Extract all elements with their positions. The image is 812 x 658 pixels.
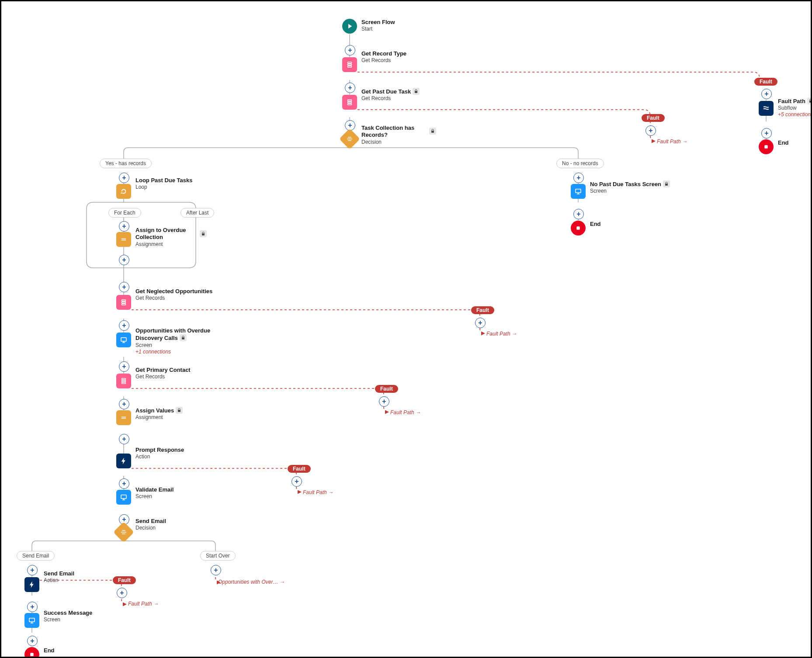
get-primary-contact-node[interactable]: Get Primary ContactGet Records <box>116 374 191 388</box>
node-extra: +1 connections <box>135 349 214 355</box>
screen-icon <box>24 613 39 628</box>
add-node-button[interactable]: + <box>475 318 486 328</box>
svg-rect-15 <box>30 653 34 656</box>
fault-pill[interactable]: Fault <box>642 114 665 122</box>
add-node-button[interactable]: + <box>117 588 127 598</box>
play-icon <box>342 19 357 34</box>
node-label: End <box>778 139 789 146</box>
outcome-pill-yes[interactable]: Yes - has records <box>100 159 152 168</box>
end-node[interactable]: End <box>571 221 601 235</box>
fault-pill[interactable]: Fault <box>471 306 494 314</box>
screen-icon <box>116 490 131 505</box>
node-sub: Screen <box>135 493 174 500</box>
svg-rect-16 <box>576 189 581 193</box>
add-node-button[interactable]: + <box>211 565 221 575</box>
node-label: Prompt Response <box>135 447 184 454</box>
node-label: Success Message <box>44 610 92 616</box>
fault-pill[interactable]: Fault <box>113 576 136 584</box>
fault-pill[interactable]: Fault <box>288 465 311 473</box>
add-node-button[interactable]: + <box>573 173 584 183</box>
node-label: Send Email <box>135 518 166 525</box>
goto-link[interactable]: Fault Path → <box>303 489 333 495</box>
add-node-button[interactable]: + <box>27 565 38 575</box>
add-node-button[interactable]: + <box>119 173 129 183</box>
end-node[interactable]: End <box>759 139 789 154</box>
get-neglected-node[interactable]: Get Neglected OpportunitiesGet Records <box>116 295 212 310</box>
goto-link[interactable]: Fault Path → <box>657 139 687 145</box>
svg-rect-1 <box>348 64 352 66</box>
add-node-button[interactable]: + <box>119 282 129 292</box>
add-node-button[interactable]: + <box>761 128 772 139</box>
add-node-button[interactable]: + <box>119 434 129 444</box>
add-node-button[interactable]: + <box>345 45 355 55</box>
outcome-pill-foreach[interactable]: For Each <box>108 208 141 218</box>
add-node-button[interactable]: + <box>379 396 389 407</box>
outcome-pill-no[interactable]: No - no records <box>556 159 604 168</box>
node-sub: Action <box>44 577 74 584</box>
add-node-button[interactable]: + <box>119 221 129 232</box>
add-node-button[interactable]: + <box>345 83 355 93</box>
add-node-button[interactable]: + <box>291 476 302 487</box>
node-sub: Assignment <box>135 241 192 248</box>
add-node-button[interactable]: + <box>573 209 584 219</box>
decision-icon <box>339 128 360 149</box>
node-sub: Subflow <box>778 105 812 111</box>
node-sub: Decision <box>361 139 440 145</box>
node-label: End <box>590 221 601 228</box>
opportunities-screen-node[interactable]: Opportunities with Overdue Discovery Cal… <box>116 332 214 360</box>
fault-path-subflow-node[interactable]: Fault PathSubflow+5 connections <box>759 101 812 121</box>
goto-link[interactable]: Fault Path → <box>390 409 421 416</box>
end-node[interactable]: End <box>24 647 55 658</box>
stop-icon <box>24 647 39 658</box>
node-label: Get Record Type <box>361 50 406 57</box>
prompt-response-node[interactable]: Prompt ResponseAction <box>116 454 184 468</box>
node-label: Validate Email <box>135 486 174 493</box>
add-node-button[interactable]: + <box>119 361 129 372</box>
get-record-type-node[interactable]: Get Record TypeGet Records <box>342 57 406 72</box>
outcome-pill-afterlast[interactable]: After Last <box>180 208 214 218</box>
add-node-button[interactable]: + <box>27 602 38 612</box>
fault-pill[interactable]: Fault <box>375 385 398 393</box>
loop-node[interactable]: Loop Past Due TasksLoop <box>116 184 193 199</box>
node-sub: Screen <box>44 616 92 623</box>
add-node-button[interactable]: + <box>119 399 129 409</box>
send-email-action-node[interactable]: Send EmailAction <box>24 577 74 592</box>
no-past-due-screen-node[interactable]: No Past Due Tasks ScreenScreen <box>571 184 670 199</box>
node-label: Send Email <box>44 570 74 577</box>
node-label: Assign to Overdue Collection <box>135 227 192 241</box>
svg-rect-5 <box>348 104 352 105</box>
add-node-button[interactable]: + <box>119 320 129 331</box>
lightning-icon <box>116 454 131 468</box>
lock-icon <box>180 334 187 341</box>
send-email-decision-node[interactable]: Send EmailDecision <box>116 525 166 540</box>
svg-rect-0 <box>348 62 352 63</box>
fault-pill[interactable]: Fault <box>754 78 777 86</box>
add-node-button[interactable]: + <box>761 89 772 99</box>
outcome-pill-sendemail[interactable]: Send Email <box>17 551 55 561</box>
outcome-pill-startover[interactable]: Start Over <box>200 551 236 561</box>
assign-values-node[interactable]: Assign ValuesAssignment <box>116 410 183 425</box>
goto-link[interactable]: Opportunities with Over… → <box>218 579 285 585</box>
svg-rect-17 <box>576 226 580 230</box>
success-message-node[interactable]: Success MessageScreen <box>24 613 92 628</box>
add-node-button[interactable]: + <box>645 125 656 136</box>
add-node-button[interactable]: + <box>119 255 129 265</box>
task-collection-decision-node[interactable]: Task Collection has Records?Decision <box>342 132 440 152</box>
get-past-due-task-node[interactable]: Get Past Due TaskGet Records <box>342 95 420 110</box>
start-node[interactable]: Screen FlowStart <box>342 19 395 34</box>
subflow-icon <box>759 101 774 116</box>
svg-rect-18 <box>764 145 768 149</box>
validate-email-node[interactable]: Validate EmailScreen <box>116 490 174 505</box>
goto-link[interactable]: Fault Path → <box>128 601 159 607</box>
svg-rect-13 <box>121 495 126 499</box>
svg-rect-2 <box>348 66 352 67</box>
node-label: No Past Due Tasks Screen <box>590 180 670 188</box>
flow-canvas[interactable]: Screen FlowStart + Get Record TypeGet Re… <box>0 0 812 658</box>
assign-overdue-node[interactable]: Assign to Overdue CollectionAssignment <box>116 232 192 253</box>
lock-icon <box>429 128 436 135</box>
add-node-button[interactable]: + <box>27 636 38 646</box>
screen-icon <box>571 184 586 199</box>
svg-rect-11 <box>122 381 126 382</box>
goto-link[interactable]: Fault Path → <box>486 331 517 337</box>
add-node-button[interactable]: + <box>119 478 129 489</box>
